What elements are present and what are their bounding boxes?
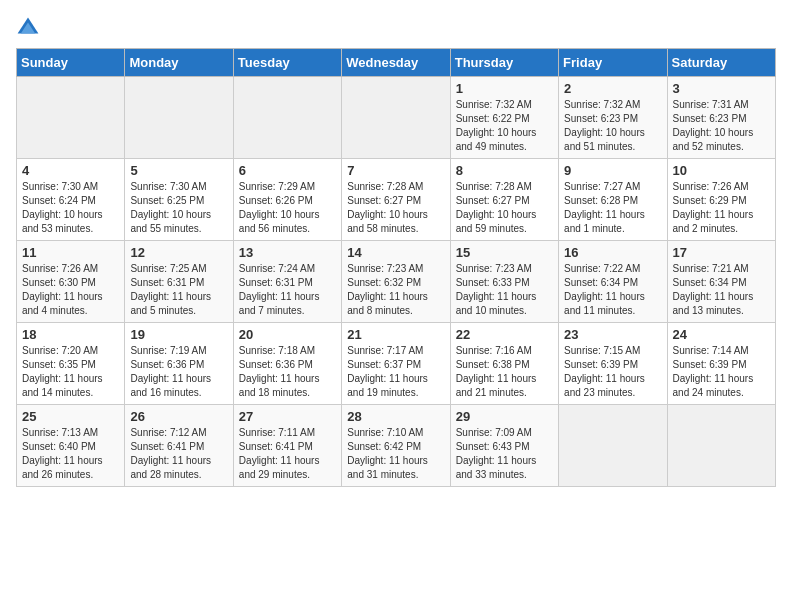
day-info: Sunrise: 7:20 AMSunset: 6:35 PMDaylight:… [22,345,103,398]
calendar-day-cell: 9Sunrise: 7:27 AMSunset: 6:28 PMDaylight… [559,159,667,241]
day-info: Sunrise: 7:19 AMSunset: 6:36 PMDaylight:… [130,345,211,398]
calendar-day-cell: 10Sunrise: 7:26 AMSunset: 6:29 PMDayligh… [667,159,775,241]
calendar-day-cell: 28Sunrise: 7:10 AMSunset: 6:42 PMDayligh… [342,405,450,487]
day-number: 9 [564,163,661,178]
day-info: Sunrise: 7:23 AMSunset: 6:32 PMDaylight:… [347,263,428,316]
weekday-header-cell: Monday [125,49,233,77]
day-number: 28 [347,409,444,424]
day-info: Sunrise: 7:30 AMSunset: 6:24 PMDaylight:… [22,181,103,234]
weekday-header-cell: Thursday [450,49,558,77]
day-info: Sunrise: 7:09 AMSunset: 6:43 PMDaylight:… [456,427,537,480]
day-number: 13 [239,245,336,260]
day-info: Sunrise: 7:28 AMSunset: 6:27 PMDaylight:… [347,181,428,234]
day-info: Sunrise: 7:32 AMSunset: 6:22 PMDaylight:… [456,99,537,152]
calendar-day-cell: 13Sunrise: 7:24 AMSunset: 6:31 PMDayligh… [233,241,341,323]
weekday-header-cell: Wednesday [342,49,450,77]
calendar-day-cell: 1Sunrise: 7:32 AMSunset: 6:22 PMDaylight… [450,77,558,159]
day-info: Sunrise: 7:14 AMSunset: 6:39 PMDaylight:… [673,345,754,398]
calendar-day-cell: 14Sunrise: 7:23 AMSunset: 6:32 PMDayligh… [342,241,450,323]
calendar-day-cell: 19Sunrise: 7:19 AMSunset: 6:36 PMDayligh… [125,323,233,405]
day-number: 23 [564,327,661,342]
calendar-body: 1Sunrise: 7:32 AMSunset: 6:22 PMDaylight… [17,77,776,487]
calendar-day-cell [17,77,125,159]
calendar-day-cell: 26Sunrise: 7:12 AMSunset: 6:41 PMDayligh… [125,405,233,487]
day-info: Sunrise: 7:16 AMSunset: 6:38 PMDaylight:… [456,345,537,398]
day-number: 20 [239,327,336,342]
calendar-day-cell: 15Sunrise: 7:23 AMSunset: 6:33 PMDayligh… [450,241,558,323]
calendar-day-cell: 3Sunrise: 7:31 AMSunset: 6:23 PMDaylight… [667,77,775,159]
day-number: 22 [456,327,553,342]
day-info: Sunrise: 7:27 AMSunset: 6:28 PMDaylight:… [564,181,645,234]
calendar-day-cell: 20Sunrise: 7:18 AMSunset: 6:36 PMDayligh… [233,323,341,405]
calendar-table: SundayMondayTuesdayWednesdayThursdayFrid… [16,48,776,487]
day-number: 12 [130,245,227,260]
calendar-day-cell: 11Sunrise: 7:26 AMSunset: 6:30 PMDayligh… [17,241,125,323]
day-info: Sunrise: 7:32 AMSunset: 6:23 PMDaylight:… [564,99,645,152]
day-number: 25 [22,409,119,424]
logo-icon [16,16,40,40]
day-info: Sunrise: 7:12 AMSunset: 6:41 PMDaylight:… [130,427,211,480]
calendar-day-cell: 27Sunrise: 7:11 AMSunset: 6:41 PMDayligh… [233,405,341,487]
calendar-day-cell: 24Sunrise: 7:14 AMSunset: 6:39 PMDayligh… [667,323,775,405]
day-number: 11 [22,245,119,260]
calendar-week-row: 11Sunrise: 7:26 AMSunset: 6:30 PMDayligh… [17,241,776,323]
calendar-day-cell [125,77,233,159]
day-info: Sunrise: 7:21 AMSunset: 6:34 PMDaylight:… [673,263,754,316]
day-number: 10 [673,163,770,178]
day-info: Sunrise: 7:29 AMSunset: 6:26 PMDaylight:… [239,181,320,234]
calendar-day-cell: 2Sunrise: 7:32 AMSunset: 6:23 PMDaylight… [559,77,667,159]
calendar-day-cell: 25Sunrise: 7:13 AMSunset: 6:40 PMDayligh… [17,405,125,487]
day-number: 3 [673,81,770,96]
day-number: 16 [564,245,661,260]
calendar-day-cell: 12Sunrise: 7:25 AMSunset: 6:31 PMDayligh… [125,241,233,323]
calendar-day-cell: 7Sunrise: 7:28 AMSunset: 6:27 PMDaylight… [342,159,450,241]
day-number: 14 [347,245,444,260]
day-number: 15 [456,245,553,260]
day-info: Sunrise: 7:28 AMSunset: 6:27 PMDaylight:… [456,181,537,234]
day-number: 6 [239,163,336,178]
calendar-day-cell: 22Sunrise: 7:16 AMSunset: 6:38 PMDayligh… [450,323,558,405]
calendar-day-cell [559,405,667,487]
calendar-week-row: 4Sunrise: 7:30 AMSunset: 6:24 PMDaylight… [17,159,776,241]
weekday-header-cell: Saturday [667,49,775,77]
day-info: Sunrise: 7:22 AMSunset: 6:34 PMDaylight:… [564,263,645,316]
day-info: Sunrise: 7:31 AMSunset: 6:23 PMDaylight:… [673,99,754,152]
day-info: Sunrise: 7:18 AMSunset: 6:36 PMDaylight:… [239,345,320,398]
day-number: 21 [347,327,444,342]
calendar-day-cell: 17Sunrise: 7:21 AMSunset: 6:34 PMDayligh… [667,241,775,323]
calendar-day-cell: 16Sunrise: 7:22 AMSunset: 6:34 PMDayligh… [559,241,667,323]
header [16,16,776,40]
weekday-header-row: SundayMondayTuesdayWednesdayThursdayFrid… [17,49,776,77]
day-number: 27 [239,409,336,424]
day-number: 26 [130,409,227,424]
logo [16,16,44,40]
day-info: Sunrise: 7:11 AMSunset: 6:41 PMDaylight:… [239,427,320,480]
weekday-header-cell: Tuesday [233,49,341,77]
day-number: 4 [22,163,119,178]
weekday-header-cell: Sunday [17,49,125,77]
day-info: Sunrise: 7:10 AMSunset: 6:42 PMDaylight:… [347,427,428,480]
day-number: 29 [456,409,553,424]
day-info: Sunrise: 7:30 AMSunset: 6:25 PMDaylight:… [130,181,211,234]
day-number: 1 [456,81,553,96]
calendar-day-cell: 18Sunrise: 7:20 AMSunset: 6:35 PMDayligh… [17,323,125,405]
calendar-day-cell: 4Sunrise: 7:30 AMSunset: 6:24 PMDaylight… [17,159,125,241]
calendar-day-cell: 8Sunrise: 7:28 AMSunset: 6:27 PMDaylight… [450,159,558,241]
calendar-week-row: 18Sunrise: 7:20 AMSunset: 6:35 PMDayligh… [17,323,776,405]
day-info: Sunrise: 7:26 AMSunset: 6:30 PMDaylight:… [22,263,103,316]
calendar-day-cell [342,77,450,159]
day-number: 2 [564,81,661,96]
day-info: Sunrise: 7:15 AMSunset: 6:39 PMDaylight:… [564,345,645,398]
calendar-day-cell: 6Sunrise: 7:29 AMSunset: 6:26 PMDaylight… [233,159,341,241]
weekday-header-cell: Friday [559,49,667,77]
day-number: 24 [673,327,770,342]
calendar-day-cell: 29Sunrise: 7:09 AMSunset: 6:43 PMDayligh… [450,405,558,487]
day-number: 5 [130,163,227,178]
day-number: 8 [456,163,553,178]
day-number: 7 [347,163,444,178]
day-info: Sunrise: 7:23 AMSunset: 6:33 PMDaylight:… [456,263,537,316]
day-info: Sunrise: 7:13 AMSunset: 6:40 PMDaylight:… [22,427,103,480]
day-info: Sunrise: 7:17 AMSunset: 6:37 PMDaylight:… [347,345,428,398]
calendar-week-row: 25Sunrise: 7:13 AMSunset: 6:40 PMDayligh… [17,405,776,487]
calendar-day-cell [233,77,341,159]
